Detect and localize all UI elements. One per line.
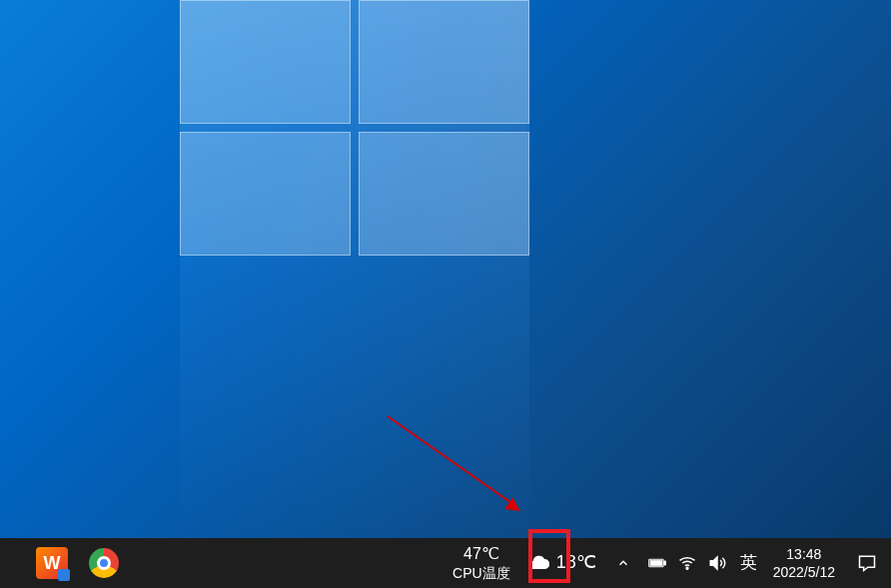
clock-time: 13:48 <box>786 545 821 563</box>
cpu-temp-value: 47℃ <box>463 544 499 565</box>
taskbar-app-wps[interactable]: W <box>28 538 76 588</box>
svg-point-3 <box>686 567 688 569</box>
taskbar-system-tray: 47℃ CPU温度 18℃ <box>445 538 891 588</box>
battery-icon <box>648 554 666 572</box>
tray-battery[interactable] <box>642 538 672 588</box>
taskbar: W 47℃ CPU温度 18℃ <box>0 538 891 588</box>
cpu-temp-label: CPU温度 <box>452 564 510 582</box>
svg-rect-2 <box>650 561 661 566</box>
weather-temperature: 18℃ <box>556 551 596 574</box>
tray-action-center[interactable] <box>843 538 891 588</box>
wallpaper-windows-logo <box>180 0 529 256</box>
chrome-icon <box>89 548 119 578</box>
tray-ime[interactable]: 英 <box>732 538 765 588</box>
notification-icon <box>857 553 877 573</box>
taskbar-pinned-apps: W <box>0 538 128 588</box>
volume-icon <box>708 554 726 572</box>
tray-cpu-temperature[interactable]: 47℃ CPU温度 <box>445 538 518 588</box>
cloud-icon <box>526 551 550 575</box>
svg-marker-4 <box>710 557 717 569</box>
wifi-icon <box>678 554 696 572</box>
tray-weather[interactable]: 18℃ <box>518 538 604 588</box>
tray-wifi[interactable] <box>672 538 702 588</box>
clock-date: 2022/5/12 <box>773 563 835 581</box>
taskbar-app-chrome[interactable] <box>80 538 128 588</box>
tray-clock[interactable]: 13:48 2022/5/12 <box>765 538 843 588</box>
wps-icon: W <box>36 547 68 579</box>
tray-volume[interactable] <box>702 538 732 588</box>
tray-show-hidden-icons[interactable] <box>604 538 642 588</box>
ime-indicator: 英 <box>740 552 757 574</box>
chevron-up-icon <box>616 556 630 570</box>
svg-rect-1 <box>663 561 665 565</box>
desktop-wallpaper[interactable] <box>0 0 891 538</box>
